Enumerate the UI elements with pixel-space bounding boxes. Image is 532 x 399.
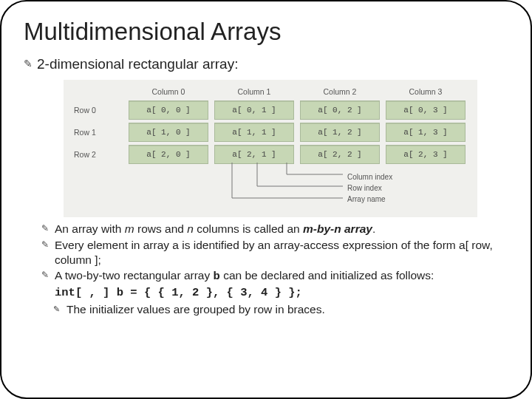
bullet-3: A two-by-two rectangular array b can be … — [41, 268, 504, 284]
row-header-2: Row 2 — [71, 150, 123, 159]
cell-0-1: a[ 0, 1 ] — [214, 100, 294, 120]
text: can be declared and initialized as follo… — [220, 269, 434, 282]
bullet-1: An array with m rows and n columns is ca… — [41, 222, 504, 236]
cell-2-2: a[ 2, 2 ] — [300, 145, 380, 164]
bullet-list: An array with m rows and n columns is ca… — [24, 222, 508, 317]
text: . — [372, 222, 375, 235]
array-diagram: Column 0 Column 1 Column 2 Column 3 Row … — [64, 80, 477, 217]
text: columns is called an — [194, 222, 303, 235]
col-header-3: Column 3 — [386, 87, 466, 98]
arrow-lines-icon — [225, 163, 350, 208]
lead-bullet: 2-dimensional rectangular array: — [24, 56, 508, 72]
label-row-index: Row index — [347, 183, 392, 194]
cell-0-2: a[ 0, 2 ] — [300, 100, 380, 120]
row-header-1: Row 1 — [71, 128, 123, 137]
cell-1-1: a[ 1, 1 ] — [214, 123, 294, 142]
bullet-2: Every element in array a is identified b… — [41, 238, 504, 267]
cell-0-3: a[ 0, 3 ] — [386, 100, 466, 120]
code-line: int[ , ] b = { { 1, 2 }, { 3, 4 } }; — [41, 286, 504, 301]
array-grid: Column 0 Column 1 Column 2 Column 3 Row … — [71, 87, 470, 164]
label-array-name: Array name — [347, 194, 392, 205]
cell-2-0: a[ 2, 0 ] — [129, 145, 208, 164]
row-header-0: Row 0 — [71, 106, 123, 115]
em-m: m — [125, 222, 134, 235]
slide-frame: Multidimensional Arrays 2-dimensional re… — [0, 0, 532, 399]
col-header-2: Column 2 — [300, 87, 380, 98]
annotation-area: Column index Row index Array name — [129, 166, 470, 211]
code-b: b — [214, 270, 220, 283]
cell-1-0: a[ 1, 0 ] — [129, 123, 208, 142]
col-header-0: Column 0 — [129, 87, 208, 98]
text: rows and — [134, 222, 188, 235]
col-header-1: Column 1 — [214, 87, 294, 98]
cell-1-3: a[ 1, 3 ] — [386, 123, 466, 142]
cell-0-0: a[ 0, 0 ] — [129, 100, 208, 120]
term-mbyn: m-by-n array — [303, 222, 372, 235]
annotation-labels: Column index Row index Array name — [347, 171, 392, 205]
cell-1-2: a[ 1, 2 ] — [300, 123, 380, 142]
slide-title: Multidimensional Arrays — [24, 18, 508, 46]
bullet-4: The initializer values are grouped by ro… — [41, 302, 504, 317]
cell-2-1: a[ 2, 1 ] — [214, 145, 294, 164]
text: A two-by-two rectangular array — [55, 269, 214, 282]
cell-2-3: a[ 2, 3 ] — [386, 145, 466, 164]
label-column-index: Column index — [347, 171, 392, 183]
text: An array with — [55, 222, 125, 235]
em-n: n — [187, 222, 194, 235]
